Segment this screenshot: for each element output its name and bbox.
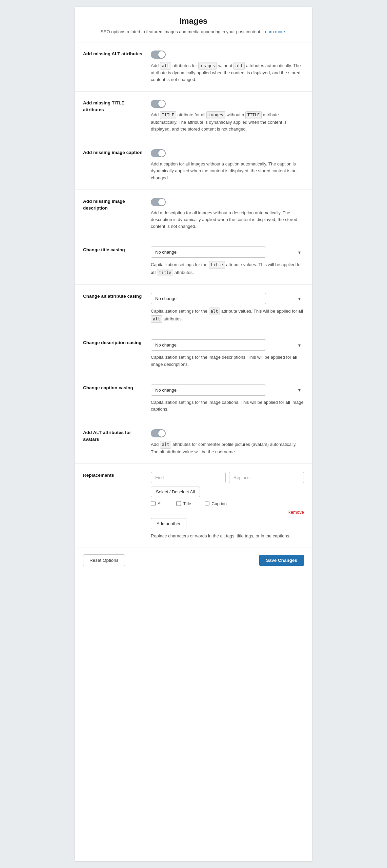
alt-casing-description: Capitalization settings for the alt attr… [151, 308, 304, 323]
setting-row-description: Add missing image description Add a desc… [75, 190, 312, 238]
alt-toggle[interactable] [151, 51, 166, 59]
find-input[interactable] [151, 472, 226, 483]
remove-link[interactable]: Remove [288, 510, 304, 515]
setting-label-desc-casing: Change description casing [83, 340, 142, 345]
alt-checkbox[interactable] [151, 501, 156, 506]
footer-bar: Reset Options Save Changes [75, 548, 312, 572]
setting-label-alt-casing: Change alt attribute casing [83, 294, 142, 299]
setting-label-cap-casing-col: Change caption casing [83, 384, 144, 391]
desc-casing-description: Capitalization settings for the image de… [151, 354, 304, 368]
avatar-alt-description: Add alt attributes for commenter profile… [151, 441, 304, 455]
avatar-alt-toggle-wrapper [151, 429, 304, 437]
title-code-2: images [206, 111, 225, 119]
setting-control-alt-casing: No change Lowercase Uppercase Title Case… [151, 293, 304, 323]
replacements-description: Replace characters or words in the alt t… [151, 533, 304, 539]
alt-toggle-wrapper [151, 51, 304, 59]
settings-container: Add missing ALT attributes Add alt attri… [75, 42, 312, 548]
setting-label-caption: Add missing image caption [83, 150, 143, 155]
description-toggle[interactable] [151, 198, 166, 206]
setting-control-title: Add TITLE attribute for all images witho… [151, 100, 304, 133]
desc-casing-select[interactable]: No change Lowercase Uppercase Title Case… [151, 339, 266, 351]
select-deselect-button[interactable]: Select / Deselect All [151, 487, 200, 497]
setting-label-desc-casing-col: Change description casing [83, 339, 144, 346]
setting-row-avatar-alt: Add ALT attributes for avatars Add alt a… [75, 421, 312, 464]
title-description: Add TITLE attribute for all images witho… [151, 111, 304, 133]
setting-row-alt-casing: Change alt attribute casing No change Lo… [75, 285, 312, 331]
cap-casing-select[interactable]: No change Lowercase Uppercase Title Case… [151, 384, 266, 396]
alt-description: Add alt attributes for images without al… [151, 62, 304, 83]
avatar-alt-code: alt [160, 441, 171, 449]
title-casing-code: title [209, 261, 225, 269]
caption-description: Add a caption for all images without a c… [151, 161, 304, 181]
caption-toggle-wrapper [151, 149, 304, 157]
description-description: Add a description for all images without… [151, 210, 304, 230]
setting-label-alt: Add missing ALT attributes [83, 51, 142, 56]
desc-casing-select-wrapper: No change Lowercase Uppercase Title Case… [151, 339, 304, 351]
setting-row-desc-casing: Change description casing No change Lowe… [75, 331, 312, 376]
alt-casing-select-wrapper: No change Lowercase Uppercase Title Case… [151, 293, 304, 304]
setting-label-title-casing-col: Change title casing [83, 246, 144, 253]
checkbox-caption[interactable]: Caption [205, 501, 227, 506]
setting-label-avatar-alt: Add ALT attributes for avatars [83, 430, 131, 442]
caption-checkbox[interactable] [205, 501, 209, 506]
chevron-down-icon-alt: ▾ [298, 296, 301, 301]
add-another-button[interactable]: Add another [151, 518, 186, 529]
setting-label-alt-casing-col: Change alt attribute casing [83, 293, 144, 300]
setting-control-replacements: Select / Deselect All Alt Title Caption [151, 472, 304, 539]
setting-row-caption: Add missing image caption Add a caption … [75, 141, 312, 190]
setting-label-title-col: Add missing TITLE attributes [83, 100, 144, 113]
replace-input[interactable] [229, 472, 304, 483]
title-casing-select-wrapper: No change Lowercase Uppercase Title Case… [151, 246, 304, 258]
alt-code-2: images [198, 62, 217, 70]
caption-checkbox-label: Caption [211, 501, 227, 506]
title-casing-description: Capitalization settings for the title at… [151, 261, 304, 276]
setting-label-alt-col: Add missing ALT attributes [83, 51, 144, 57]
avatar-alt-toggle[interactable] [151, 429, 166, 437]
alt-casing-code: alt [209, 308, 220, 315]
title-code-3: TITLE [245, 111, 262, 119]
alt-checkbox-label: Alt [158, 501, 163, 506]
setting-label-title-casing: Change title casing [83, 247, 125, 252]
setting-control-cap-casing: No change Lowercase Uppercase Title Case… [151, 384, 304, 413]
title-code-1: TITLE [160, 111, 176, 119]
setting-row-replacements: Replacements Select / Deselect All Alt T… [75, 464, 312, 548]
title-casing-select[interactable]: No change Lowercase Uppercase Title Case… [151, 246, 266, 258]
setting-label-title: Add missing TITLE attributes [83, 100, 124, 112]
save-changes-button[interactable]: Save Changes [259, 555, 304, 566]
setting-label-cap-casing: Change caption casing [83, 385, 133, 390]
setting-label-caption-col: Add missing image caption [83, 149, 144, 156]
setting-label-replacements-col: Replacements [83, 472, 144, 479]
setting-label-description: Add missing image description [83, 199, 125, 211]
page-wrapper: Images SEO options related to featured i… [75, 7, 312, 861]
remove-link-wrapper: Remove [151, 510, 304, 515]
cap-casing-description: Capitalization settings for the image ca… [151, 399, 304, 413]
page-subtitle: SEO options related to featured images a… [83, 28, 304, 35]
setting-control-alt: Add alt attributes for images without al… [151, 51, 304, 83]
checkboxes-row: Alt Title Caption [151, 501, 304, 506]
caption-toggle[interactable] [151, 149, 166, 157]
checkbox-title[interactable]: Title [176, 501, 191, 506]
title-toggle[interactable] [151, 100, 166, 108]
alt-casing-code-2: alt [151, 315, 162, 323]
learn-more-link[interactable]: Learn more [263, 29, 285, 34]
page-header: Images SEO options related to featured i… [75, 7, 312, 42]
page-title: Images [83, 16, 304, 26]
checkbox-alt[interactable]: Alt [151, 501, 163, 506]
alt-code-1: alt [160, 62, 171, 70]
description-toggle-wrapper [151, 198, 304, 206]
title-checkbox[interactable] [176, 501, 181, 506]
reset-options-button[interactable]: Reset Options [83, 554, 125, 566]
setting-row-title: Add missing TITLE attributes Add TITLE a… [75, 92, 312, 141]
setting-row-cap-casing: Change caption casing No change Lowercas… [75, 376, 312, 421]
setting-control-title-casing: No change Lowercase Uppercase Title Case… [151, 246, 304, 276]
chevron-down-icon-desc: ▾ [298, 342, 301, 348]
setting-control-desc-casing: No change Lowercase Uppercase Title Case… [151, 339, 304, 368]
title-checkbox-label: Title [183, 501, 191, 506]
alt-code-3: alt [233, 62, 245, 70]
setting-control-avatar-alt: Add alt attributes for commenter profile… [151, 429, 304, 455]
setting-label-avatar-alt-col: Add ALT attributes for avatars [83, 429, 144, 443]
alt-casing-select[interactable]: No change Lowercase Uppercase Title Case… [151, 293, 266, 304]
title-casing-code-2: title [157, 269, 173, 277]
replacements-inputs [151, 472, 304, 483]
setting-control-caption: Add a caption for all images without a c… [151, 149, 304, 181]
